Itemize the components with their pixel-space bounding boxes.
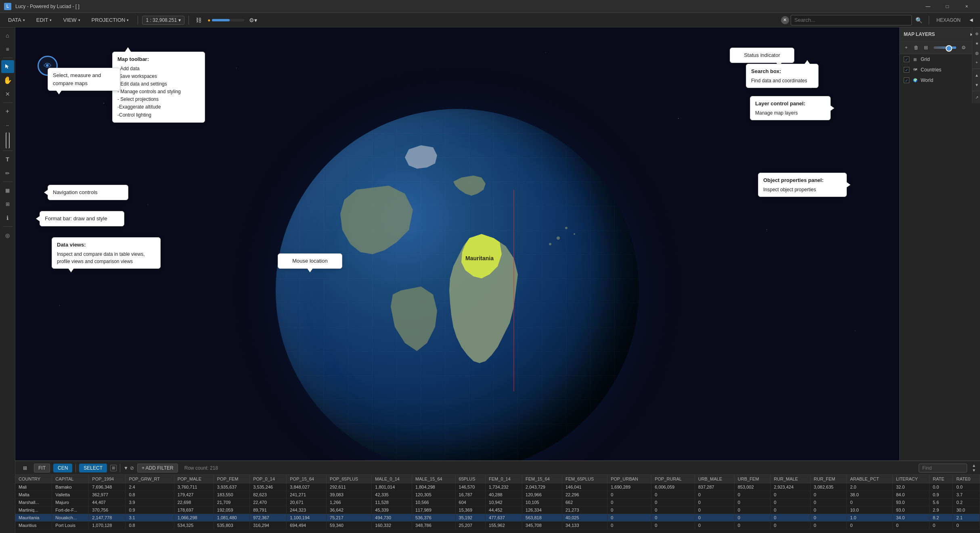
rt-scroll-down[interactable]: ▼ bbox=[972, 80, 980, 89]
rt-icon4[interactable]: ⌖ bbox=[972, 58, 980, 67]
table-cell: 0.0 bbox=[929, 483, 953, 491]
view-menu[interactable]: VIEW ▾ bbox=[58, 15, 85, 25]
add-layer-button[interactable]: + bbox=[902, 43, 911, 52]
find-input[interactable] bbox=[919, 464, 967, 472]
layer-settings-button[interactable]: ⚙ bbox=[959, 43, 968, 52]
col-pop-fem[interactable]: POP_FEM bbox=[214, 475, 249, 483]
sep1 bbox=[138, 16, 138, 25]
data-menu[interactable]: DATA ▾ bbox=[3, 15, 30, 25]
search-icon[interactable]: 🔍 bbox=[913, 15, 925, 26]
countries-checkbox[interactable]: ✓ bbox=[904, 67, 909, 73]
col-fem-65plus[interactable]: FEM_65PLUS bbox=[562, 475, 607, 483]
filter-icon[interactable]: ▼ bbox=[124, 465, 128, 471]
world-checkbox[interactable]: ✓ bbox=[904, 77, 909, 83]
minimize-button[interactable]: — bbox=[919, 0, 937, 13]
col-rur-fem[interactable]: RUR_FEM bbox=[810, 475, 847, 483]
pin-button[interactable]: ◎ bbox=[1, 229, 14, 242]
network-icon[interactable]: ⛓ bbox=[193, 15, 204, 26]
scroll-down-btn[interactable]: ▼ bbox=[972, 468, 976, 472]
data-table[interactable]: COUNTRY CAPITAL POP_1994 POP_GRW_RT POP_… bbox=[15, 475, 980, 533]
format-button[interactable]: ⊞ bbox=[1, 198, 14, 211]
info-button[interactable]: ℹ bbox=[1, 211, 14, 224]
data-icon[interactable]: ⊞ bbox=[19, 462, 31, 474]
home-button[interactable]: ⌂ bbox=[1, 29, 14, 42]
table-row[interactable]: MaliBamako7,696,3482.43,760,7113,935,637… bbox=[15, 483, 980, 491]
close-button[interactable]: × bbox=[957, 0, 976, 13]
zoom-in-button[interactable]: + bbox=[1, 105, 14, 118]
col-65plus[interactable]: 65PLUS bbox=[455, 475, 486, 483]
col-pop1994[interactable]: POP_1994 bbox=[89, 475, 126, 483]
table-button[interactable]: ▦ bbox=[1, 184, 14, 197]
col-pop-0-14[interactable]: POP_0_14 bbox=[250, 475, 287, 483]
table-row[interactable]: MauritaniaNouakch...2,147,7783.11,066,29… bbox=[15, 514, 980, 522]
close-tool[interactable]: ✕ bbox=[1, 88, 14, 100]
col-rur-male[interactable]: RUR_MALE bbox=[771, 475, 810, 483]
cen-button[interactable]: CEN bbox=[53, 464, 72, 472]
projection-menu[interactable]: PROJECTION ▾ bbox=[87, 15, 134, 25]
rt-expand[interactable]: ↗ bbox=[972, 93, 980, 102]
table-cell: 477,637 bbox=[486, 514, 522, 522]
layer-grid[interactable]: ✓ ⊞ Grid bbox=[900, 54, 980, 65]
col-capital[interactable]: CAPITAL bbox=[52, 475, 89, 483]
map-area[interactable]: Mauritania bbox=[15, 27, 899, 533]
col-rate0[interactable]: RATE0 bbox=[953, 475, 980, 483]
col-male-15-64[interactable]: MALE_15_64 bbox=[412, 475, 456, 483]
search-input[interactable] bbox=[791, 15, 912, 25]
rt-scroll-up[interactable]: ▲ bbox=[972, 71, 980, 79]
collapse-icon[interactable]: ◀ bbox=[965, 15, 977, 26]
rt-icon3[interactable]: ◍ bbox=[972, 48, 980, 57]
rt-icon1[interactable]: ⊕ bbox=[972, 29, 980, 38]
close-search-button[interactable]: ✕ bbox=[781, 16, 789, 24]
svg-point-4 bbox=[574, 233, 575, 235]
col-pop-rural[interactable]: POP_RURAL bbox=[651, 475, 695, 483]
maximize-button[interactable]: □ bbox=[938, 0, 957, 13]
rt-icon2[interactable]: ★ bbox=[972, 39, 980, 48]
col-country[interactable]: COUNTRY bbox=[15, 475, 52, 483]
col-urb-fem[interactable]: URB_FEM bbox=[734, 475, 770, 483]
scroll-up-btn[interactable]: ▲ bbox=[972, 463, 976, 468]
col-pop-65plus[interactable]: POP_65PLUS bbox=[327, 475, 372, 483]
edit-menu[interactable]: EDIT ▾ bbox=[31, 15, 57, 25]
col-pop-grw[interactable]: POP_GRW_RT bbox=[126, 475, 174, 483]
table-cell: 3,935,637 bbox=[214, 483, 249, 491]
select-button[interactable]: SELECT bbox=[79, 464, 107, 472]
settings-icon[interactable]: ⚙▾ bbox=[247, 15, 259, 26]
svg-point-5 bbox=[549, 243, 551, 245]
map-toolbar-callout: Map toolbar: - Add data -Save workspaces… bbox=[112, 52, 205, 123]
delete-layer-button[interactable]: 🗑 bbox=[912, 43, 921, 52]
col-arable[interactable]: ARABLE_PCT bbox=[847, 475, 893, 483]
col-fem-15-64[interactable]: FEM_15_64 bbox=[522, 475, 562, 483]
select-button[interactable] bbox=[1, 60, 14, 73]
table-row[interactable]: Martiniq...Fort-de-F...370,7560.9178,697… bbox=[15, 506, 980, 514]
table-row[interactable]: MauritiusPort Louis1,070,1280.8534,32553… bbox=[15, 522, 980, 529]
col-pop-urban[interactable]: POP_URBAN bbox=[607, 475, 651, 483]
col-fem-0-14[interactable]: FEM_0_14 bbox=[486, 475, 522, 483]
text-button[interactable]: T bbox=[1, 153, 14, 166]
table-cell: 38.0 bbox=[847, 491, 893, 499]
table-row[interactable]: Marshall...Majuro44,4073.922,69821,70922… bbox=[15, 499, 980, 506]
scale-control[interactable]: 1 : 32,908.251 ▾ bbox=[142, 16, 184, 25]
col-pop-male[interactable]: POP_MALE bbox=[174, 475, 214, 483]
table-cell: 662 bbox=[562, 499, 607, 506]
grid-view-button[interactable]: ⊞ bbox=[922, 43, 930, 52]
table-view-button[interactable]: ⊞ bbox=[110, 465, 117, 471]
draw-button[interactable]: ✏ bbox=[1, 167, 14, 180]
col-rate[interactable]: RATE bbox=[929, 475, 953, 483]
grid-checkbox[interactable]: ✓ bbox=[904, 56, 909, 62]
opacity-slider[interactable] bbox=[934, 46, 956, 49]
globe[interactable]: Mauritania bbox=[276, 109, 639, 472]
col-male-0-14[interactable]: MALE_0_14 bbox=[372, 475, 412, 483]
layer-world[interactable]: ✓ 🌍 World bbox=[900, 75, 980, 86]
layer-countries[interactable]: ✓ 🗺 Countries bbox=[900, 65, 980, 75]
pan-button[interactable]: ✋ bbox=[1, 74, 14, 87]
table-cell: 2.1 bbox=[953, 514, 980, 522]
table-row[interactable]: MaltaValletta362,9770.8179,427183,55082,… bbox=[15, 491, 980, 499]
filter-icon2[interactable]: ⊘ bbox=[130, 465, 134, 471]
layers-button[interactable]: ≡ bbox=[1, 43, 14, 56]
measure-button[interactable]: ↔ bbox=[1, 119, 14, 132]
col-pop-15-64[interactable]: POP_15_64 bbox=[287, 475, 327, 483]
fit-button[interactable]: FIT bbox=[34, 464, 50, 472]
col-urb-male[interactable]: URB_MALE bbox=[695, 475, 734, 483]
add-filter-button[interactable]: + ADD FILTER bbox=[137, 464, 178, 472]
col-literacy[interactable]: LITERACY bbox=[892, 475, 929, 483]
